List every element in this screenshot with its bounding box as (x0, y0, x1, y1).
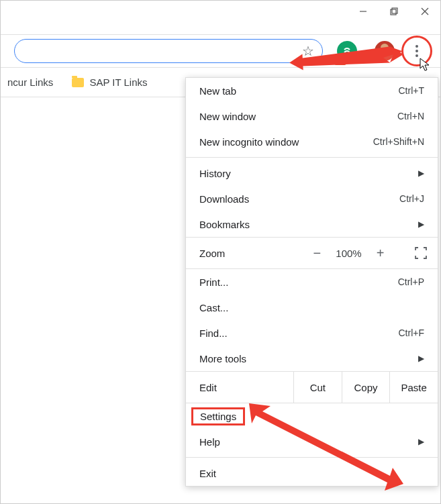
menu-item-find[interactable]: Find... Ctrl+F (186, 320, 438, 346)
menu-label: Print... (199, 276, 228, 288)
menu-item-new-tab[interactable]: New tab Ctrl+T (186, 78, 438, 103)
menu-item-edit: Edit Cut Copy Paste (186, 371, 438, 403)
menu-label: New incognito window (199, 136, 299, 148)
menu-label: Settings (200, 411, 236, 422)
menu-label: More tools (199, 353, 246, 364)
more-menu-button[interactable] (401, 36, 432, 66)
menu-label: New tab (199, 85, 236, 97)
submenu-arrow-icon: ▶ (418, 219, 424, 229)
menu-label: History (199, 168, 231, 179)
menu-item-exit[interactable]: Exit (186, 460, 438, 486)
separator (186, 157, 438, 158)
shortcut: Ctrl+F (399, 327, 425, 338)
menu-label: Find... (199, 327, 228, 339)
edit-label: Edit (186, 372, 294, 403)
menu-label: Cast... (199, 302, 228, 313)
menu-item-cast[interactable]: Cast... (186, 295, 438, 320)
fullscreen-icon (415, 247, 427, 259)
maximize-button[interactable] (379, 1, 409, 22)
chrome-window: ☆ off ncur Links SAP IT Links New tab Ct… (0, 0, 441, 504)
menu-item-settings[interactable]: Settings (186, 403, 438, 429)
vertical-dots-icon (415, 45, 418, 57)
menu-label: New window (199, 111, 256, 122)
bookmark-label: SAP IT Links (89, 77, 147, 88)
close-button[interactable] (409, 1, 440, 22)
shortcut: Ctrl+Shift+N (373, 136, 424, 147)
menu-item-more-tools[interactable]: More tools ▶ (186, 346, 438, 371)
menu-label: Bookmarks (199, 219, 250, 230)
window-controls (348, 1, 440, 22)
address-bar[interactable]: ☆ (14, 39, 323, 63)
folder-icon (72, 78, 84, 87)
menu-item-incognito[interactable]: New incognito window Ctrl+Shift+N (186, 129, 438, 154)
bookmark-label: ncur Links (7, 77, 53, 88)
shortcut: Ctrl+N (397, 111, 424, 121)
zoom-out-button[interactable]: − (310, 246, 324, 261)
browser-toolbar: ☆ off (1, 34, 440, 68)
menu-label: Help (199, 436, 220, 448)
shortcut: Ctrl+P (398, 276, 424, 287)
menu-item-new-window[interactable]: New window Ctrl+N (186, 103, 438, 129)
menu-item-history[interactable]: History ▶ (186, 160, 438, 186)
chrome-menu: New tab Ctrl+T New window Ctrl+N New inc… (185, 77, 438, 487)
profile-avatar[interactable] (375, 41, 395, 61)
menu-item-print[interactable]: Print... Ctrl+P (186, 269, 438, 295)
settings-highlight: Settings (191, 407, 245, 425)
shortcut: Ctrl+J (399, 193, 424, 204)
zoom-label: Zoom (186, 248, 293, 259)
zoom-value: 100% (336, 248, 361, 259)
submenu-arrow-icon: ▶ (418, 168, 424, 178)
zoom-controls: − 100% + (293, 246, 404, 261)
submenu-arrow-icon: ▶ (418, 437, 424, 446)
fullscreen-button[interactable] (404, 247, 438, 259)
cut-button[interactable]: Cut (294, 372, 342, 403)
zoom-in-button[interactable]: + (374, 246, 387, 261)
copy-button[interactable]: Copy (342, 372, 391, 403)
menu-item-downloads[interactable]: Downloads Ctrl+J (186, 186, 438, 211)
paste-button[interactable]: Paste (390, 372, 438, 403)
bookmark-item[interactable]: ncur Links (7, 77, 53, 88)
menu-item-zoom: Zoom − 100% + (186, 237, 438, 269)
shortcut: Ctrl+T (399, 85, 425, 96)
bookmark-item[interactable]: SAP IT Links (72, 77, 147, 88)
menu-label: Downloads (199, 193, 249, 205)
svg-rect-2 (392, 8, 397, 13)
off-badge: off (334, 57, 346, 65)
menu-item-bookmarks[interactable]: Bookmarks ▶ (186, 211, 438, 237)
svg-rect-1 (391, 9, 396, 15)
menu-item-help[interactable]: Help ▶ (186, 429, 438, 454)
submenu-arrow-icon: ▶ (418, 354, 424, 363)
menu-label: Exit (199, 468, 216, 479)
separator (186, 457, 438, 458)
extension-icon[interactable]: off (337, 41, 357, 61)
bookmark-star-icon[interactable]: ☆ (302, 43, 314, 59)
minimize-button[interactable] (348, 1, 379, 22)
